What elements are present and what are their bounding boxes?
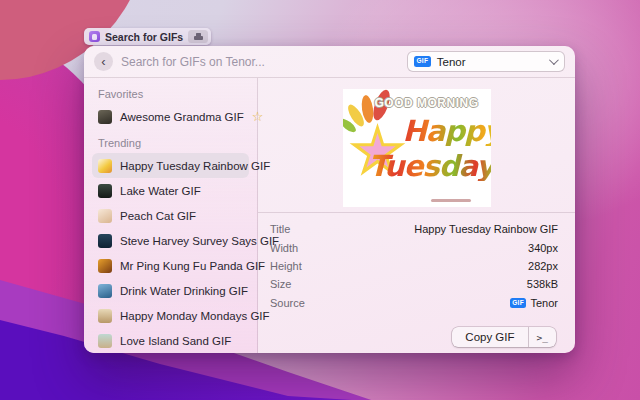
list-item-steve-harvey[interactable]: Steve Harvey Survey Says GIF	[92, 228, 249, 253]
list-item-label: Peach Cat GIF	[120, 210, 196, 222]
list-item-mr-ping[interactable]: Mr Ping Kung Fu Panda GIF	[92, 253, 249, 278]
trending-section-title: Trending	[98, 137, 243, 149]
gif-thumbnail	[98, 259, 112, 273]
favorites-section-title: Favorites	[98, 88, 243, 100]
action-buttons: Copy GIF >_	[452, 327, 556, 347]
detail-row-width: Width 340px	[270, 238, 558, 256]
gif-thumbnail	[98, 110, 112, 124]
back-button[interactable]: ‹	[94, 52, 113, 71]
gif-good-morning-text: GOOD MORNING	[365, 96, 489, 110]
search-input[interactable]	[121, 55, 399, 69]
gif-preview-image: GOOD MORNING Happy Tuesday	[343, 89, 491, 207]
window-body: Favorites Awesome Grandma GIF ☆ Trending…	[84, 78, 575, 353]
detail-row-height: Height 282px	[270, 257, 558, 275]
gif-badge-icon: GIF	[510, 298, 527, 309]
shortcut-pill[interactable]: Search for GIFs	[84, 28, 211, 45]
sidebar: Favorites Awesome Grandma GIF ☆ Trending…	[84, 78, 258, 353]
provider-select[interactable]: GIF Tenor	[407, 51, 565, 72]
gif-thumbnail	[98, 234, 112, 248]
detail-row-source: Source GIF Tenor	[270, 294, 558, 312]
gif-thumbnail	[98, 159, 112, 173]
gif-badge-icon: GIF	[414, 56, 431, 67]
list-item-label: Mr Ping Kung Fu Panda GIF	[120, 260, 265, 272]
list-item-label: Steve Harvey Survey Says GIF	[120, 235, 279, 247]
list-item-label: Drink Water Drinking GIF	[120, 285, 248, 297]
provider-label: Tenor	[437, 56, 543, 68]
printer-icon	[194, 33, 203, 41]
gif-search-window: ‹ GIF Tenor Favorites Awesome Grandma GI…	[84, 46, 575, 353]
detail-row-size: Size 538kB	[270, 275, 558, 293]
gif-thumbnail	[98, 309, 112, 323]
copy-gif-button[interactable]: Copy GIF	[452, 327, 527, 347]
list-item-lake-water[interactable]: Lake Water GIF	[92, 178, 249, 203]
detail-panel: GOOD MORNING Happy Tuesday Title Happy T…	[258, 78, 575, 353]
print-button[interactable]	[188, 30, 208, 43]
list-item-peach-cat[interactable]: Peach Cat GIF	[92, 203, 249, 228]
list-item-happy-monday[interactable]: Happy Monday Mondays GIF	[92, 303, 249, 328]
shortcut-pill-label: Search for GIFs	[105, 31, 183, 43]
list-item-label: Happy Monday Mondays GIF	[120, 310, 270, 322]
list-item-awesome-grandma[interactable]: Awesome Grandma GIF ☆	[92, 104, 249, 129]
gif-happy-text: Happy	[403, 117, 491, 146]
list-item-love-island[interactable]: Love Island Sand GIF	[92, 328, 249, 353]
list-item-happy-tuesday[interactable]: Happy Tuesday Rainbow GIF	[92, 153, 249, 178]
gif-thumbnail	[98, 284, 112, 298]
preview-area: GOOD MORNING Happy Tuesday	[258, 78, 575, 213]
detail-row-title: Title Happy Tuesday Rainbow GIF	[270, 220, 558, 238]
terminal-prompt-icon: >_	[537, 332, 548, 343]
list-item-label: Lake Water GIF	[120, 185, 201, 197]
chevron-down-icon	[549, 55, 559, 65]
chevron-left-icon: ‹	[101, 55, 105, 68]
source-value: GIF Tenor	[510, 297, 558, 309]
gif-details-table: Title Happy Tuesday Rainbow GIF Width 34…	[258, 213, 575, 312]
list-item-label: Happy Tuesday Rainbow GIF	[120, 160, 270, 172]
gif-thumbnail	[98, 184, 112, 198]
list-item-label: Love Island Sand GIF	[120, 335, 231, 347]
watermark	[431, 199, 471, 202]
search-bar: ‹ GIF Tenor	[84, 46, 575, 78]
terminal-button[interactable]: >_	[529, 327, 556, 347]
gif-tuesday-text: Tuesday	[369, 152, 491, 181]
gif-shortcut-icon	[89, 31, 100, 42]
gif-thumbnail	[98, 334, 112, 348]
gif-thumbnail	[98, 209, 112, 223]
list-item-label: Awesome Grandma GIF	[120, 111, 244, 123]
list-item-drink-water[interactable]: Drink Water Drinking GIF	[92, 278, 249, 303]
